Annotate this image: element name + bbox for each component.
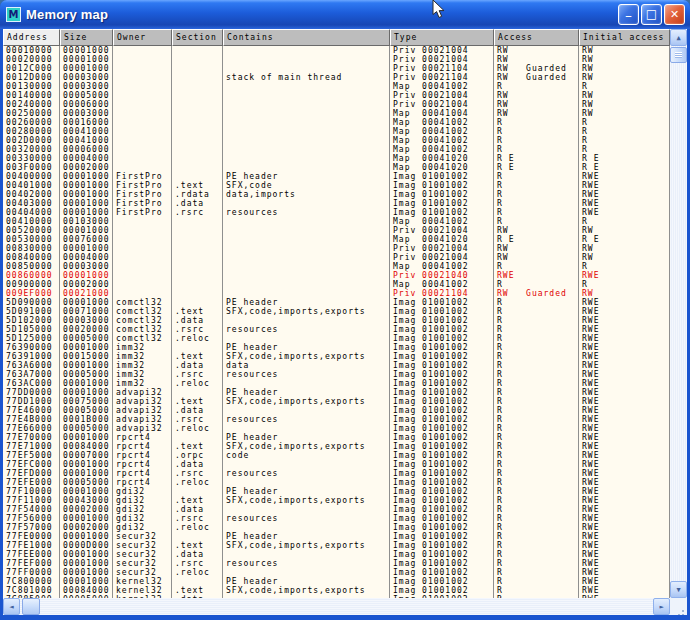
table-row[interactable]: 0085000000003000Map 00041002RR xyxy=(3,262,670,271)
table-row[interactable]: 5D10500000020000comctl32.rsrcresourcesIm… xyxy=(3,325,670,334)
table-row[interactable]: 77E7000000001000rpcrt4PE headerImag 0100… xyxy=(3,433,670,442)
resize-grip[interactable] xyxy=(670,598,687,615)
column-header-initial-access[interactable]: Initial access xyxy=(579,29,670,46)
column-header-section[interactable]: Section xyxy=(172,29,223,46)
table-row[interactable]: 7639100000015000imm32.textSFX,code,impor… xyxy=(3,352,670,361)
scroll-down-button[interactable]: ▼ xyxy=(670,581,687,598)
cell-type: Imag 01001002 xyxy=(390,352,494,361)
table-row[interactable]: 77F1000000001000gdi32PE headerImag 01001… xyxy=(3,487,670,496)
cell-owner xyxy=(113,271,172,280)
table-row[interactable]: 0041000000103000Map 00041002RR xyxy=(3,217,670,226)
vertical-scrollbar[interactable]: ▲ ▼ xyxy=(670,29,687,598)
table-row[interactable]: 763AC00000001000imm32.relocImag 01001002… xyxy=(3,379,670,388)
table-row[interactable]: 0040400000001000FirstPro.rsrcresourcesIm… xyxy=(3,208,670,217)
table-row[interactable]: 77E6600000005000advapi32.relocImag 01001… xyxy=(3,424,670,433)
cell-access: R xyxy=(494,136,579,145)
table-row[interactable]: 77FE000000001000secur32PE headerImag 010… xyxy=(3,532,670,541)
table-row[interactable]: 5D10200000003000comctl32.dataImag 010010… xyxy=(3,316,670,325)
table-row[interactable]: 0026000000016000Map 00041002RR xyxy=(3,118,670,127)
table-row[interactable]: 0025000000003000Map 00041004RWRW xyxy=(3,109,670,118)
table-row[interactable]: 0033000000004000Map 00041020R ER E xyxy=(3,154,670,163)
cell-initial-access: RWE xyxy=(579,370,670,379)
table-row[interactable]: 77EFD00000001000rpcrt4.rsrcresourcesImag… xyxy=(3,469,670,478)
table-row[interactable]: 77F5600000001000gdi32.rsrcresourcesImag … xyxy=(3,514,670,523)
table-row[interactable]: 77E4600000005000advapi32.dataImag 010010… xyxy=(3,406,670,415)
table-row[interactable]: 0012D00000003000stack of main threadPriv… xyxy=(3,73,670,82)
table-row[interactable]: 7639000000001000imm32PE headerImag 01001… xyxy=(3,343,670,352)
horizontal-scroll-track[interactable] xyxy=(20,598,653,615)
table-row[interactable]: 5D09100000071000comctl32.textSFX,code,im… xyxy=(3,307,670,316)
table-row[interactable]: 77EFC00000001000rpcrt4.dataImag 01001002… xyxy=(3,460,670,469)
scroll-up-button[interactable]: ▲ xyxy=(670,29,687,46)
table-row[interactable]: 77FF000000001000secur32.relocImag 010010… xyxy=(3,568,670,577)
horizontal-scrollbar[interactable]: ◄ ► xyxy=(3,598,670,615)
table-row[interactable]: 0032000000006000Map 00041002RR xyxy=(3,145,670,154)
table-row[interactable]: 0053000000076000Map 00041020R ER E xyxy=(3,235,670,244)
table-row[interactable]: 0084000000004000Priv 00021004RWRW xyxy=(3,253,670,262)
cell-initial-access: RW xyxy=(579,100,670,109)
vertical-scroll-track[interactable] xyxy=(670,46,687,581)
scroll-left-button[interactable]: ◄ xyxy=(3,598,20,615)
table-row[interactable]: 0090000000002000Map 00041002RR xyxy=(3,280,670,289)
table-row[interactable]: 009EF00000021000Priv 00021104RW GuardedR… xyxy=(3,289,670,298)
close-button[interactable]: ✕ xyxy=(664,4,685,25)
table-row[interactable]: 0001000000001000Priv 00021004RWRW xyxy=(3,46,670,55)
cell-size: 00003000 xyxy=(60,109,113,118)
table-row[interactable]: 77E4B0000001B000advapi32.rsrcresourcesIm… xyxy=(3,415,670,424)
cell-section xyxy=(172,235,223,244)
table-row[interactable]: 763A700000005000imm32.rsrcresourcesImag … xyxy=(3,370,670,379)
table-row[interactable]: 77FE10000000D000secur32.textSFX,code,imp… xyxy=(3,541,670,550)
table-row[interactable]: 77DD000000001000advapi32PE headerImag 01… xyxy=(3,388,670,397)
table-row[interactable]: 0002000000001000Priv 00021004RWRW xyxy=(3,55,670,64)
table-row[interactable]: 77F1100000043000gdi32.textSFX,code,impor… xyxy=(3,496,670,505)
table-row[interactable]: 77EFE00000005000rpcrt4.relocImag 0100100… xyxy=(3,478,670,487)
titlebar[interactable]: M Memory map _ □ ✕ xyxy=(0,0,690,29)
table-row[interactable]: 77EF500000007000rpcrt4.orpccodeImag 0100… xyxy=(3,451,670,460)
cell-section xyxy=(172,262,223,271)
cell-type: Imag 01001002 xyxy=(390,541,494,550)
column-header-access[interactable]: Access xyxy=(494,29,579,46)
cell-access: R xyxy=(494,505,579,514)
column-header-size[interactable]: Size xyxy=(60,29,113,46)
table-row[interactable]: 7C80000000001000kernel32PE headerImag 01… xyxy=(3,577,670,586)
cell-type: Map 00041002 xyxy=(390,280,494,289)
vertical-scroll-thumb[interactable] xyxy=(670,47,687,63)
column-header-contains[interactable]: Contains xyxy=(223,29,390,46)
minimize-button[interactable]: _ xyxy=(618,4,639,25)
cell-address: 77DD0000 xyxy=(3,388,60,397)
table-row[interactable]: 0083000000001000Priv 00021004RWRW xyxy=(3,244,670,253)
table-row[interactable]: 7C80100000084000kernel32.textSFX,code,im… xyxy=(3,586,670,595)
column-header-type[interactable]: Type xyxy=(390,29,494,46)
cell-section: .data xyxy=(172,406,223,415)
table-row[interactable]: 5D12500000005000comctl32.relocImag 01001… xyxy=(3,334,670,343)
table-row[interactable]: 77DD100000075000advapi32.textSFX,code,im… xyxy=(3,397,670,406)
table-row[interactable]: 77FEE00000001000secur32.dataImag 0100100… xyxy=(3,550,670,559)
table-row[interactable]: 0024000000006000Priv 00021004RWRW xyxy=(3,100,670,109)
table-row[interactable]: 0040300000001000FirstPro.dataImag 010010… xyxy=(3,199,670,208)
cell-address: 00830000 xyxy=(3,244,60,253)
table-row[interactable]: 0012C00000001000Priv 00021104RW GuardedR… xyxy=(3,64,670,73)
column-header-address[interactable]: Address xyxy=(3,29,60,46)
cell-initial-access: RWE xyxy=(579,352,670,361)
table-row[interactable]: 0028000000041000Map 00041002RR xyxy=(3,127,670,136)
table-row[interactable]: 77F5700000002000gdi32.relocImag 01001002… xyxy=(3,523,670,532)
table-row[interactable]: 77F5400000002000gdi32.dataImag 01001002R… xyxy=(3,505,670,514)
cell-access: RW Guarded xyxy=(494,289,579,298)
horizontal-scroll-thumb[interactable] xyxy=(22,598,40,615)
table-row[interactable]: 0040200000001000FirstPro.rdatadata,impor… xyxy=(3,190,670,199)
table-row[interactable]: 003F000000002000Map 00041020R ER E xyxy=(3,163,670,172)
table-row[interactable]: 5D09000000001000comctl32PE headerImag 01… xyxy=(3,298,670,307)
table-row[interactable]: 0086000000001000Priv 00021040RWERWE xyxy=(3,271,670,280)
table-row[interactable]: 0014000000005000Priv 00021004RWRW xyxy=(3,91,670,100)
scroll-right-button[interactable]: ► xyxy=(653,598,670,615)
table-row[interactable]: 77FEF00000001000secur32.rsrcresourcesIma… xyxy=(3,559,670,568)
table-row[interactable]: 0013000000003000Map 00041002RR xyxy=(3,82,670,91)
table-row[interactable]: 763A600000001000imm32.datadataImag 01001… xyxy=(3,361,670,370)
table-row[interactable]: 0040000000001000FirstProPE headerImag 01… xyxy=(3,172,670,181)
table-row[interactable]: 0040100000001000FirstPro.textSFX,codeIma… xyxy=(3,181,670,190)
maximize-button[interactable]: □ xyxy=(641,4,662,25)
table-row[interactable]: 002D000000041000Map 00041002RR xyxy=(3,136,670,145)
column-header-owner[interactable]: Owner xyxy=(113,29,172,46)
table-row[interactable]: 0052000000001000Priv 00021004RWRW xyxy=(3,226,670,235)
table-row[interactable]: 77E7100000084000rpcrt4.textSFX,code,impo… xyxy=(3,442,670,451)
